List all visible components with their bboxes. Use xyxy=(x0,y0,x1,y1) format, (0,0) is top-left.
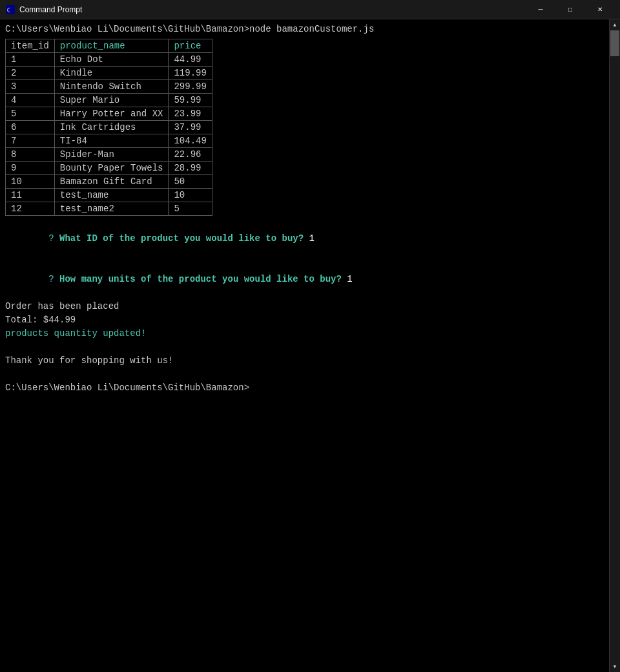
cell-price-8: 22.96 xyxy=(169,147,212,161)
cell-price-7: 104.49 xyxy=(169,134,212,147)
cell-id-6: 6 xyxy=(6,120,55,134)
cell-id-5: 5 xyxy=(6,107,55,120)
prompt-text-1: What ID of the product you would like to… xyxy=(59,233,309,244)
products-table: item_id product_name price 1Echo Dot44.9… xyxy=(5,39,212,216)
cell-price-1: 44.99 xyxy=(169,52,212,66)
table-row: 8Spider-Man22.96 xyxy=(6,147,212,161)
close-button[interactable]: ✕ xyxy=(585,0,615,19)
cell-id-8: 8 xyxy=(6,147,55,161)
cmd-icon: C xyxy=(5,5,16,15)
total-line: Total: $44.99 xyxy=(5,313,604,327)
cell-id-11: 11 xyxy=(6,188,55,202)
scrollbar-track[interactable] xyxy=(610,30,620,661)
table-row: 9Bounty Paper Towels28.99 xyxy=(6,161,212,174)
titlebar-controls: ─ □ ✕ xyxy=(526,0,615,19)
scroll-down-arrow[interactable]: ▼ xyxy=(610,661,621,672)
cell-name-2: Kindle xyxy=(54,66,169,79)
table-row: 12test_name25 xyxy=(6,202,212,215)
svg-text:C: C xyxy=(7,6,10,13)
header-item-id: item_id xyxy=(6,39,55,52)
header-price: price xyxy=(169,39,212,52)
quantity-updated-line: products quantity updated! xyxy=(5,327,604,341)
cell-id-12: 12 xyxy=(6,202,55,215)
cell-name-7: TI-84 xyxy=(54,134,169,147)
titlebar: C Command Prompt ─ □ ✕ xyxy=(0,0,620,19)
cell-price-4: 59.99 xyxy=(169,93,212,107)
cell-name-3: Nintendo Switch xyxy=(54,79,169,93)
header-product-name: product_name xyxy=(54,39,169,52)
table-row: 1Echo Dot44.99 xyxy=(6,52,212,66)
cell-id-4: 4 xyxy=(6,93,55,107)
table-row: 11test_name10 xyxy=(6,188,212,202)
prompt-char-2: ? xyxy=(48,274,59,284)
scroll-up-arrow[interactable]: ▲ xyxy=(610,19,621,30)
cell-price-5: 23.99 xyxy=(169,107,212,120)
table-header-row: item_id product_name price xyxy=(6,39,212,52)
cell-name-6: Ink Cartridges xyxy=(54,120,169,134)
cell-id-9: 9 xyxy=(6,161,55,174)
cell-price-9: 28.99 xyxy=(169,161,212,174)
prompt-text-2: How many units of the product you would … xyxy=(59,274,347,284)
command-line: C:\Users\Wenbiao Li\Documents\GitHub\Bam… xyxy=(5,23,604,36)
window-wrapper: C:\Users\Wenbiao Li\Documents\GitHub\Bam… xyxy=(0,19,620,672)
terminal[interactable]: C:\Users\Wenbiao Li\Documents\GitHub\Bam… xyxy=(0,19,609,672)
cell-price-11: 10 xyxy=(169,188,212,202)
table-row: 6Ink Cartridges37.99 xyxy=(6,120,212,134)
cell-name-5: Harry Potter and XX xyxy=(54,107,169,120)
prompt-line-2: ? How many units of the product you woul… xyxy=(5,259,604,300)
cell-price-6: 37.99 xyxy=(169,120,212,134)
table-row: 2Kindle119.99 xyxy=(6,66,212,79)
prompt-line-1: ? What ID of the product you would like … xyxy=(5,218,604,259)
cell-name-1: Echo Dot xyxy=(54,52,169,66)
table-row: 7TI-84104.49 xyxy=(6,134,212,147)
blank-line-2 xyxy=(5,368,604,381)
cell-name-8: Spider-Man xyxy=(54,147,169,161)
table-row: 10Bamazon Gift Card50 xyxy=(6,174,212,188)
cell-name-11: test_name xyxy=(54,188,169,202)
cell-price-10: 50 xyxy=(169,174,212,188)
cell-price-3: 299.99 xyxy=(169,79,212,93)
table-row: 5Harry Potter and XX23.99 xyxy=(6,107,212,120)
prompt-input-2: 1 xyxy=(347,274,352,284)
cell-name-9: Bounty Paper Towels xyxy=(54,161,169,174)
scrollbar[interactable]: ▲ ▼ xyxy=(609,19,620,672)
order-placed-line: Order has been placed xyxy=(5,300,604,313)
cell-id-10: 10 xyxy=(6,174,55,188)
final-prompt-line: C:\Users\Wenbiao Li\Documents\GitHub\Bam… xyxy=(5,381,604,395)
cell-price-12: 5 xyxy=(169,202,212,215)
table-row: 3Nintendo Switch299.99 xyxy=(6,79,212,93)
cell-name-10: Bamazon Gift Card xyxy=(54,174,169,188)
cell-id-1: 1 xyxy=(6,52,55,66)
output-block: ? What ID of the product you would like … xyxy=(5,218,604,395)
minimize-button[interactable]: ─ xyxy=(526,0,555,19)
scrollbar-thumb[interactable] xyxy=(610,30,619,56)
cell-price-2: 119.99 xyxy=(169,66,212,79)
thank-you-line: Thank you for shopping with us! xyxy=(5,354,604,368)
prompt-input-1: 1 xyxy=(309,233,315,244)
cell-name-4: Super Mario xyxy=(54,93,169,107)
cell-id-2: 2 xyxy=(6,66,55,79)
prompt-char-1: ? xyxy=(48,233,59,244)
blank-line-1 xyxy=(5,341,604,354)
table-row: 4Super Mario59.99 xyxy=(6,93,212,107)
maximize-button[interactable]: □ xyxy=(555,0,585,19)
cell-name-12: test_name2 xyxy=(54,202,169,215)
cell-id-3: 3 xyxy=(6,79,55,93)
window-title: Command Prompt xyxy=(19,5,526,14)
cell-id-7: 7 xyxy=(6,134,55,147)
